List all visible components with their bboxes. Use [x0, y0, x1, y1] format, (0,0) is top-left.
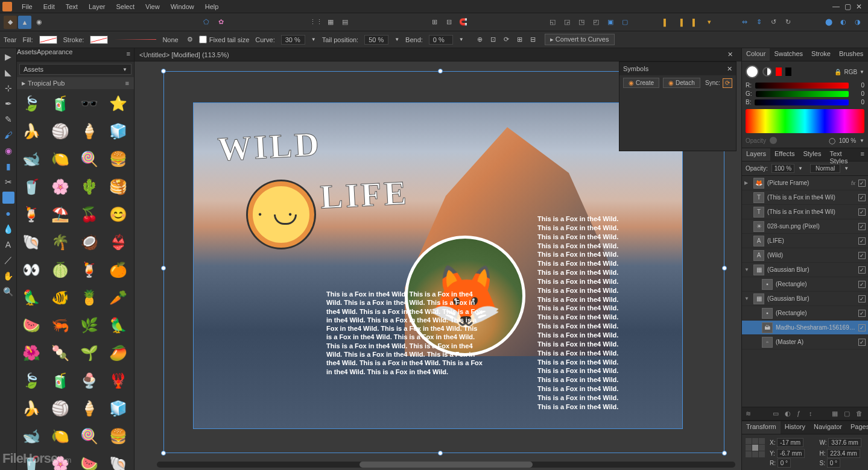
asset-item[interactable]: 🐚	[107, 453, 129, 470]
arrange-forward-icon[interactable]: ◳	[575, 16, 588, 29]
asset-item[interactable]: 🐋	[21, 425, 42, 447]
asset-item[interactable]: 🌸	[49, 176, 71, 198]
stroke-width-slider[interactable]	[114, 39, 156, 40]
transform-mode-icon[interactable]: ⊡	[488, 34, 499, 45]
layer-row[interactable]: ☀028-sun.png (Pixel)	[742, 219, 868, 234]
recent-color-1[interactable]	[776, 67, 782, 76]
layer-row[interactable]: A(LIFE)	[742, 234, 868, 248]
tab-styles[interactable]: Styles	[799, 148, 825, 161]
asset-item[interactable]: ⭐	[107, 93, 129, 114]
visibility-checkbox[interactable]	[858, 339, 866, 346]
lock-icon[interactable]: 🔒	[834, 69, 841, 75]
rotate-cw-icon[interactable]: ↻	[781, 16, 794, 29]
asset-item[interactable]: 🦞	[107, 370, 129, 392]
menu-file[interactable]: File	[17, 2, 37, 11]
asset-item[interactable]: 🌴	[49, 231, 71, 253]
selection-handle[interactable]	[161, 451, 166, 456]
tab-colour[interactable]: Colour	[742, 48, 770, 61]
pan-tool[interactable]: ✋	[2, 270, 14, 282]
recent-color-2[interactable]	[785, 67, 791, 76]
tab-layers[interactable]: Layers	[742, 148, 770, 161]
r-slider[interactable]	[755, 83, 849, 89]
asset-item[interactable]: 🍭	[78, 148, 100, 170]
asset-item[interactable]: 🦐	[49, 315, 71, 336]
swap-well-icon[interactable]	[762, 67, 772, 77]
asset-item[interactable]: 🍉	[21, 315, 42, 336]
body-text-right[interactable]: This is a Fox in the4 Wild.This is a Fox…	[537, 215, 637, 412]
selection-handle[interactable]	[722, 266, 727, 271]
assets-category-dropdown[interactable]: Assets▼	[19, 64, 131, 75]
asset-item[interactable]: 🌵	[78, 176, 100, 198]
opacity-value[interactable]: 100 %	[839, 137, 856, 144]
delete-layer-icon[interactable]: 🗑	[856, 410, 864, 418]
selection-handle[interactable]	[438, 69, 443, 74]
asset-item[interactable]: 🍔	[107, 148, 129, 170]
asset-item[interactable]: 🧊	[107, 398, 129, 419]
b-slider[interactable]	[755, 99, 849, 105]
fill-swatch[interactable]	[39, 36, 57, 44]
asset-item[interactable]: 🐋	[21, 148, 42, 170]
pen-tool[interactable]: ✒	[2, 98, 14, 110]
grid-icon[interactable]: ▦	[324, 16, 337, 29]
asset-item[interactable]: 🍹	[21, 204, 42, 225]
asset-item[interactable]: 🍦	[78, 398, 100, 419]
magnet-icon[interactable]: 🧲	[457, 16, 470, 29]
persona-publisher[interactable]: ◆	[4, 16, 17, 29]
shape-flower-icon[interactable]: ✿	[214, 16, 227, 29]
asset-item[interactable]: 🍹	[78, 259, 100, 281]
asset-item[interactable]: 🍨	[78, 370, 100, 392]
baseline-icon[interactable]: ▤	[338, 16, 352, 29]
fx-icon[interactable]: ƒ	[797, 410, 805, 418]
selection-handle[interactable]	[161, 69, 166, 74]
asset-item[interactable]: 🍔	[107, 425, 129, 447]
close-tab-icon[interactable]: ✕	[724, 51, 737, 58]
asset-item[interactable]: 🍃	[21, 370, 42, 392]
layer-row[interactable]: ▪(Rectangle)	[742, 277, 868, 292]
add-layer-icon[interactable]: ▢	[844, 410, 852, 418]
asset-item[interactable]: 🥤	[21, 176, 42, 198]
asset-item[interactable]: 👀	[21, 259, 42, 281]
tab-swatches[interactable]: Swatches	[770, 48, 807, 61]
artboard[interactable]: WILD LIFE This is a Fox in the4 Wild. Th…	[194, 103, 682, 428]
color-picker-tool[interactable]: 💧	[2, 223, 14, 235]
menu-text[interactable]: Text	[61, 2, 83, 11]
layer-row[interactable]: ▫(Master A)	[742, 335, 868, 349]
visibility-checkbox[interactable]	[858, 310, 866, 317]
stroke-swatch[interactable]	[90, 36, 108, 44]
body-text-left[interactable]: This is a Fox in the4 Wild. This is a Fo…	[326, 290, 483, 376]
arrange-outside-icon[interactable]: ▢	[618, 16, 632, 29]
fill-tool[interactable]: ◉	[2, 145, 14, 157]
asset-item[interactable]: 🌺	[21, 342, 42, 364]
move-tool[interactable]: ▶	[2, 51, 14, 63]
align-left-icon[interactable]: ▌	[659, 16, 673, 29]
asset-item[interactable]: 🕶️	[78, 93, 100, 114]
arrange-backward-icon[interactable]: ◲	[560, 16, 574, 29]
visibility-checkbox[interactable]	[858, 252, 866, 259]
document-tab[interactable]: <Untitled> [Modified] (113.5%) ✕	[135, 48, 741, 61]
add-pixel-layer-icon[interactable]: ▦	[832, 410, 840, 418]
asset-item[interactable]: 🏐	[49, 398, 71, 419]
tab-effects[interactable]: Effects	[770, 148, 799, 161]
symbol-sync-toggle[interactable]: ⟳	[723, 78, 732, 88]
visibility-checkbox[interactable]	[858, 180, 866, 187]
layer-opacity-input[interactable]: 100 %	[771, 164, 794, 173]
sun-sticker[interactable]	[248, 181, 314, 248]
asset-item[interactable]: 🍭	[78, 425, 100, 447]
boolean-subtract-icon[interactable]: ◐	[837, 16, 850, 29]
asset-item[interactable]: 🍃	[21, 93, 42, 114]
w-input[interactable]: 337.6 mm	[828, 438, 861, 447]
asset-item[interactable]: 🍒	[78, 204, 100, 225]
layer-row[interactable]: T(This is a Fox in the4 Wil)	[742, 190, 868, 205]
symbol-create-button[interactable]: ◉Create	[623, 78, 659, 88]
align-right-icon[interactable]: ▌	[688, 16, 702, 29]
asset-item[interactable]: 🥞	[107, 176, 129, 198]
adjustment-icon[interactable]: ◐	[785, 410, 793, 418]
tab-pages[interactable]: Pages	[846, 421, 868, 434]
color-mode-select[interactable]: RGB	[844, 69, 857, 75]
selection-handle[interactable]	[722, 451, 727, 456]
shape-pentagon-icon[interactable]: ⬠	[200, 16, 213, 29]
noise-icon[interactable]: ◯	[829, 137, 835, 144]
visibility-checkbox[interactable]	[858, 223, 866, 230]
asset-item[interactable]: 😊	[107, 204, 129, 225]
asset-item[interactable]: 🦜	[107, 315, 129, 336]
